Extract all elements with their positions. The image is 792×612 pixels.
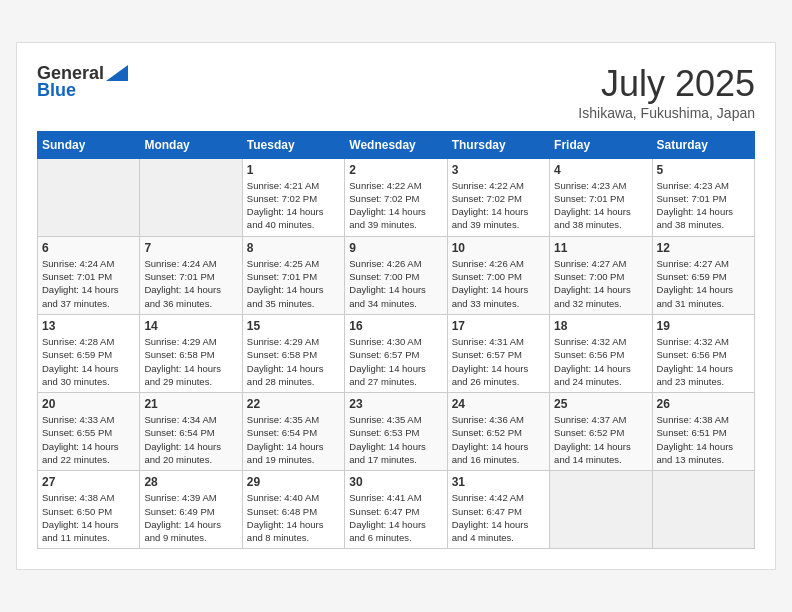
day-number: 26 bbox=[657, 397, 750, 411]
day-cell bbox=[652, 471, 754, 549]
day-info: Sunrise: 4:30 AMSunset: 6:57 PMDaylight:… bbox=[349, 335, 442, 388]
day-info: Sunrise: 4:21 AMSunset: 7:02 PMDaylight:… bbox=[247, 179, 340, 232]
location-title: Ishikawa, Fukushima, Japan bbox=[578, 105, 755, 121]
day-cell: 6Sunrise: 4:24 AMSunset: 7:01 PMDaylight… bbox=[38, 236, 140, 314]
day-info: Sunrise: 4:32 AMSunset: 6:56 PMDaylight:… bbox=[657, 335, 750, 388]
day-number: 28 bbox=[144, 475, 237, 489]
header-row: SundayMondayTuesdayWednesdayThursdayFrid… bbox=[38, 131, 755, 158]
day-cell: 11Sunrise: 4:27 AMSunset: 7:00 PMDayligh… bbox=[550, 236, 652, 314]
day-cell: 16Sunrise: 4:30 AMSunset: 6:57 PMDayligh… bbox=[345, 314, 447, 392]
month-title: July 2025 bbox=[578, 63, 755, 105]
day-header: Saturday bbox=[652, 131, 754, 158]
logo: General Blue bbox=[37, 63, 128, 101]
day-number: 18 bbox=[554, 319, 647, 333]
day-number: 7 bbox=[144, 241, 237, 255]
day-number: 12 bbox=[657, 241, 750, 255]
day-info: Sunrise: 4:32 AMSunset: 6:56 PMDaylight:… bbox=[554, 335, 647, 388]
day-info: Sunrise: 4:40 AMSunset: 6:48 PMDaylight:… bbox=[247, 491, 340, 544]
week-row: 20Sunrise: 4:33 AMSunset: 6:55 PMDayligh… bbox=[38, 393, 755, 471]
day-cell: 18Sunrise: 4:32 AMSunset: 6:56 PMDayligh… bbox=[550, 314, 652, 392]
day-number: 1 bbox=[247, 163, 340, 177]
svg-marker-0 bbox=[106, 65, 128, 81]
day-number: 6 bbox=[42, 241, 135, 255]
day-info: Sunrise: 4:31 AMSunset: 6:57 PMDaylight:… bbox=[452, 335, 545, 388]
day-cell: 1Sunrise: 4:21 AMSunset: 7:02 PMDaylight… bbox=[242, 158, 344, 236]
day-number: 9 bbox=[349, 241, 442, 255]
day-info: Sunrise: 4:37 AMSunset: 6:52 PMDaylight:… bbox=[554, 413, 647, 466]
day-cell: 4Sunrise: 4:23 AMSunset: 7:01 PMDaylight… bbox=[550, 158, 652, 236]
title-area: July 2025 Ishikawa, Fukushima, Japan bbox=[578, 63, 755, 121]
day-cell: 23Sunrise: 4:35 AMSunset: 6:53 PMDayligh… bbox=[345, 393, 447, 471]
day-number: 27 bbox=[42, 475, 135, 489]
day-info: Sunrise: 4:23 AMSunset: 7:01 PMDaylight:… bbox=[657, 179, 750, 232]
week-row: 1Sunrise: 4:21 AMSunset: 7:02 PMDaylight… bbox=[38, 158, 755, 236]
day-number: 5 bbox=[657, 163, 750, 177]
day-info: Sunrise: 4:28 AMSunset: 6:59 PMDaylight:… bbox=[42, 335, 135, 388]
day-number: 21 bbox=[144, 397, 237, 411]
day-info: Sunrise: 4:23 AMSunset: 7:01 PMDaylight:… bbox=[554, 179, 647, 232]
day-number: 15 bbox=[247, 319, 340, 333]
day-number: 31 bbox=[452, 475, 545, 489]
day-info: Sunrise: 4:26 AMSunset: 7:00 PMDaylight:… bbox=[349, 257, 442, 310]
day-number: 16 bbox=[349, 319, 442, 333]
day-number: 22 bbox=[247, 397, 340, 411]
day-cell: 30Sunrise: 4:41 AMSunset: 6:47 PMDayligh… bbox=[345, 471, 447, 549]
day-cell: 27Sunrise: 4:38 AMSunset: 6:50 PMDayligh… bbox=[38, 471, 140, 549]
day-cell: 7Sunrise: 4:24 AMSunset: 7:01 PMDaylight… bbox=[140, 236, 242, 314]
day-header: Wednesday bbox=[345, 131, 447, 158]
day-info: Sunrise: 4:25 AMSunset: 7:01 PMDaylight:… bbox=[247, 257, 340, 310]
day-cell: 2Sunrise: 4:22 AMSunset: 7:02 PMDaylight… bbox=[345, 158, 447, 236]
week-row: 6Sunrise: 4:24 AMSunset: 7:01 PMDaylight… bbox=[38, 236, 755, 314]
day-header: Thursday bbox=[447, 131, 549, 158]
day-cell: 8Sunrise: 4:25 AMSunset: 7:01 PMDaylight… bbox=[242, 236, 344, 314]
day-info: Sunrise: 4:36 AMSunset: 6:52 PMDaylight:… bbox=[452, 413, 545, 466]
day-info: Sunrise: 4:42 AMSunset: 6:47 PMDaylight:… bbox=[452, 491, 545, 544]
day-cell: 5Sunrise: 4:23 AMSunset: 7:01 PMDaylight… bbox=[652, 158, 754, 236]
day-info: Sunrise: 4:35 AMSunset: 6:53 PMDaylight:… bbox=[349, 413, 442, 466]
day-cell: 13Sunrise: 4:28 AMSunset: 6:59 PMDayligh… bbox=[38, 314, 140, 392]
day-cell bbox=[38, 158, 140, 236]
day-cell: 25Sunrise: 4:37 AMSunset: 6:52 PMDayligh… bbox=[550, 393, 652, 471]
day-number: 10 bbox=[452, 241, 545, 255]
logo-icon bbox=[106, 65, 128, 81]
day-cell: 9Sunrise: 4:26 AMSunset: 7:00 PMDaylight… bbox=[345, 236, 447, 314]
day-cell: 22Sunrise: 4:35 AMSunset: 6:54 PMDayligh… bbox=[242, 393, 344, 471]
header: General Blue July 2025 Ishikawa, Fukushi… bbox=[37, 63, 755, 121]
day-header: Tuesday bbox=[242, 131, 344, 158]
day-info: Sunrise: 4:35 AMSunset: 6:54 PMDaylight:… bbox=[247, 413, 340, 466]
day-info: Sunrise: 4:29 AMSunset: 6:58 PMDaylight:… bbox=[247, 335, 340, 388]
day-info: Sunrise: 4:24 AMSunset: 7:01 PMDaylight:… bbox=[42, 257, 135, 310]
day-number: 17 bbox=[452, 319, 545, 333]
day-info: Sunrise: 4:27 AMSunset: 6:59 PMDaylight:… bbox=[657, 257, 750, 310]
day-info: Sunrise: 4:38 AMSunset: 6:50 PMDaylight:… bbox=[42, 491, 135, 544]
day-info: Sunrise: 4:33 AMSunset: 6:55 PMDaylight:… bbox=[42, 413, 135, 466]
day-info: Sunrise: 4:29 AMSunset: 6:58 PMDaylight:… bbox=[144, 335, 237, 388]
logo-blue-text: Blue bbox=[37, 80, 76, 101]
day-info: Sunrise: 4:26 AMSunset: 7:00 PMDaylight:… bbox=[452, 257, 545, 310]
day-info: Sunrise: 4:22 AMSunset: 7:02 PMDaylight:… bbox=[349, 179, 442, 232]
day-cell: 19Sunrise: 4:32 AMSunset: 6:56 PMDayligh… bbox=[652, 314, 754, 392]
day-cell: 21Sunrise: 4:34 AMSunset: 6:54 PMDayligh… bbox=[140, 393, 242, 471]
day-number: 3 bbox=[452, 163, 545, 177]
day-cell: 3Sunrise: 4:22 AMSunset: 7:02 PMDaylight… bbox=[447, 158, 549, 236]
day-number: 20 bbox=[42, 397, 135, 411]
calendar-container: General Blue July 2025 Ishikawa, Fukushi… bbox=[16, 42, 776, 571]
day-number: 29 bbox=[247, 475, 340, 489]
day-cell: 28Sunrise: 4:39 AMSunset: 6:49 PMDayligh… bbox=[140, 471, 242, 549]
day-cell: 31Sunrise: 4:42 AMSunset: 6:47 PMDayligh… bbox=[447, 471, 549, 549]
day-info: Sunrise: 4:41 AMSunset: 6:47 PMDaylight:… bbox=[349, 491, 442, 544]
day-cell bbox=[140, 158, 242, 236]
day-cell: 15Sunrise: 4:29 AMSunset: 6:58 PMDayligh… bbox=[242, 314, 344, 392]
week-row: 27Sunrise: 4:38 AMSunset: 6:50 PMDayligh… bbox=[38, 471, 755, 549]
calendar-table: SundayMondayTuesdayWednesdayThursdayFrid… bbox=[37, 131, 755, 550]
day-header: Sunday bbox=[38, 131, 140, 158]
day-number: 23 bbox=[349, 397, 442, 411]
day-cell: 14Sunrise: 4:29 AMSunset: 6:58 PMDayligh… bbox=[140, 314, 242, 392]
day-number: 4 bbox=[554, 163, 647, 177]
day-number: 2 bbox=[349, 163, 442, 177]
day-number: 8 bbox=[247, 241, 340, 255]
day-cell bbox=[550, 471, 652, 549]
day-number: 11 bbox=[554, 241, 647, 255]
day-header: Monday bbox=[140, 131, 242, 158]
day-number: 19 bbox=[657, 319, 750, 333]
